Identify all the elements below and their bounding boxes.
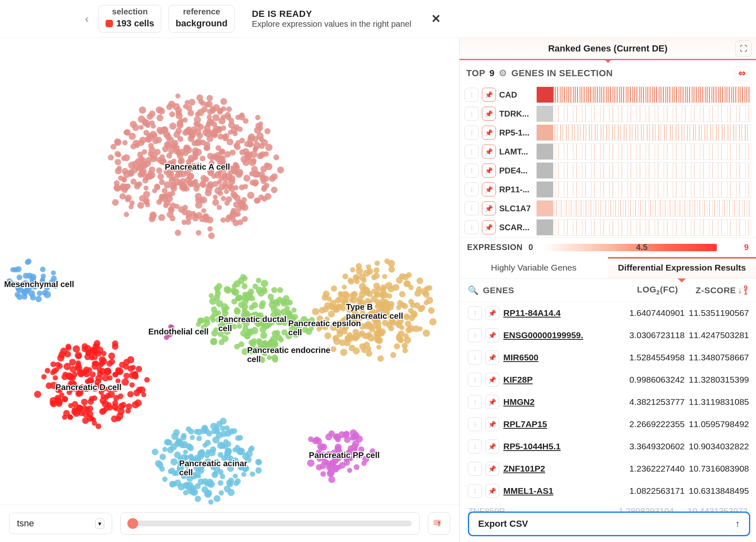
table-row[interactable]: ⁝📌MMEL1-AS11.082256317110.6313848495 [460,480,756,502]
scatter-point[interactable] [239,150,245,155]
scatter-point[interactable] [49,397,56,404]
scatter-point[interactable] [373,283,380,289]
scatter-point[interactable] [178,136,183,142]
scatter-point[interactable] [159,194,165,200]
scatter-point[interactable] [187,180,193,187]
scatter-point[interactable] [263,175,269,182]
table-row[interactable]: ⁝📌ZNF101P21.236222744010.7316083908 [460,458,756,480]
scatter-point[interactable] [244,296,250,301]
scatter-point[interactable] [406,327,412,333]
pin-button[interactable]: 📌 [485,439,499,453]
pin-button[interactable]: 📌 [482,201,496,215]
scatter-point[interactable] [124,129,130,136]
scatter-point[interactable] [116,369,122,375]
scatter-point[interactable] [399,291,405,297]
scatter-point[interactable] [164,182,171,189]
scatter-point[interactable] [221,196,226,201]
scatter-point[interactable] [366,264,371,270]
scatter-point[interactable] [63,363,71,370]
table-row[interactable]: ⁝📌MIR65001.528455495811.3480758667 [460,346,756,369]
gene-name[interactable]: MMEL1-AS1 [503,486,598,496]
scatter-point[interactable] [224,189,229,194]
scatter-point[interactable] [222,180,228,187]
pin-button[interactable]: 📌 [485,395,499,409]
scatter-point[interactable] [256,338,263,344]
pin-button[interactable]: 📌 [482,145,496,159]
scatter-point[interactable] [424,300,429,305]
scatter-point[interactable] [62,396,68,402]
scatter-point[interactable] [50,361,56,367]
scatter-point[interactable] [142,149,147,154]
pin-button[interactable]: 📌 [482,220,496,234]
scatter-point[interactable] [144,377,150,383]
scatter-point[interactable] [132,124,139,131]
scatter-point[interactable] [404,280,411,287]
upload-button[interactable]: ↑ [428,512,450,535]
scatter-point[interactable] [357,296,363,302]
scatter-point[interactable] [200,156,205,161]
scatter-point[interactable] [219,149,225,155]
scatter-point[interactable] [235,445,240,450]
scatter-point[interactable] [26,259,32,264]
scatter-point[interactable] [34,391,41,398]
scatter-point[interactable] [258,194,264,200]
scatter-point[interactable] [145,136,151,143]
scatter-point[interactable] [316,464,322,470]
scatter-point[interactable] [281,301,287,307]
scatter-point[interactable] [115,159,121,166]
scatter-point[interactable] [274,300,280,306]
scatter-point[interactable] [211,472,218,478]
scatter-point[interactable] [143,191,150,198]
scatter-point[interactable] [207,226,213,231]
scatter-point[interactable] [258,125,263,131]
scatter-point[interactable] [334,434,341,441]
scatter-point[interactable] [224,486,231,493]
scatter-point[interactable] [221,125,226,131]
scatter-point[interactable] [326,296,332,301]
scatter-point[interactable] [211,306,217,313]
scatter-point[interactable] [259,137,264,142]
scatter-point[interactable] [228,478,234,484]
scatter-point[interactable] [53,375,58,381]
scatter-point[interactable] [356,263,362,269]
scatter-point[interactable] [186,443,193,450]
scatter-point[interactable] [409,315,415,321]
scatter-point[interactable] [423,291,430,298]
scatter-point[interactable] [208,500,214,505]
scatter-point[interactable] [169,111,175,117]
scatter-point[interactable] [114,139,122,146]
scatter-point[interactable] [221,335,228,342]
scatter-point[interactable] [205,440,211,446]
scatter-point[interactable] [238,341,244,347]
scatter-point[interactable] [228,185,235,192]
scatter-point[interactable] [112,343,118,350]
scatter-point[interactable] [333,467,339,473]
scatter-color-button[interactable]: ⁝ [468,484,482,498]
scatter-point[interactable] [212,181,218,187]
scatter-point[interactable] [206,430,212,436]
scatter-point[interactable] [241,197,247,203]
scatter-point[interactable] [354,276,359,281]
scatter-point[interactable] [117,408,124,415]
scatter-point[interactable] [228,130,233,135]
scatter-point[interactable] [123,373,129,379]
tab-de-results[interactable]: Differential Expression Results [608,257,756,278]
scatter-point[interactable] [396,336,401,341]
scatter-color-button[interactable]: ⁝ [468,328,482,342]
scatter-color-button[interactable]: ⁝ [465,164,479,178]
scatter-point[interactable] [152,449,158,455]
scatter-point[interactable] [68,403,73,408]
scatter-point[interactable] [193,471,200,478]
scatter-point[interactable] [206,183,211,189]
scatter-point[interactable] [214,425,220,431]
reference-chip[interactable]: reference background [169,5,235,33]
scatter-point[interactable] [108,154,114,160]
scatter-point[interactable] [81,399,88,405]
scatter-point[interactable] [93,360,99,367]
scatter-point[interactable] [122,177,127,182]
scatter-point[interactable] [183,145,190,152]
scatter-point[interactable] [402,348,408,353]
scatter-point[interactable] [61,374,68,380]
scatter-point[interactable] [150,212,157,219]
scatter-point[interactable] [383,301,389,307]
